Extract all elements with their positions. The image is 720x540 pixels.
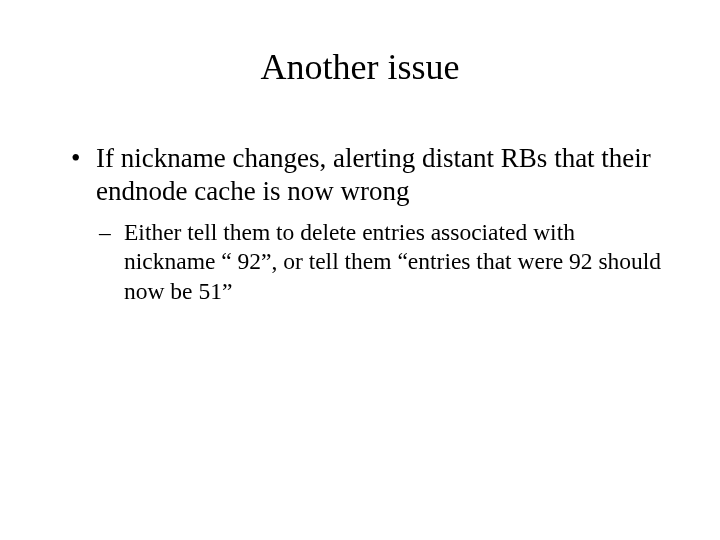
bullet-l2-text: Either tell them to delete entries assoc… [124, 219, 661, 304]
slide: Another issue • If nickname changes, ale… [0, 46, 720, 540]
slide-title: Another issue [0, 46, 720, 88]
bullet-level-2: – Either tell them to delete entries ass… [96, 218, 665, 306]
slide-body: • If nickname changes, alerting distant … [0, 142, 720, 306]
bullet-dash-icon: – [99, 218, 111, 247]
bullet-dot-icon: • [71, 142, 80, 175]
bullet-l1-text: If nickname changes, alerting distant RB… [96, 143, 651, 206]
bullet-level-1: • If nickname changes, alerting distant … [68, 142, 665, 208]
